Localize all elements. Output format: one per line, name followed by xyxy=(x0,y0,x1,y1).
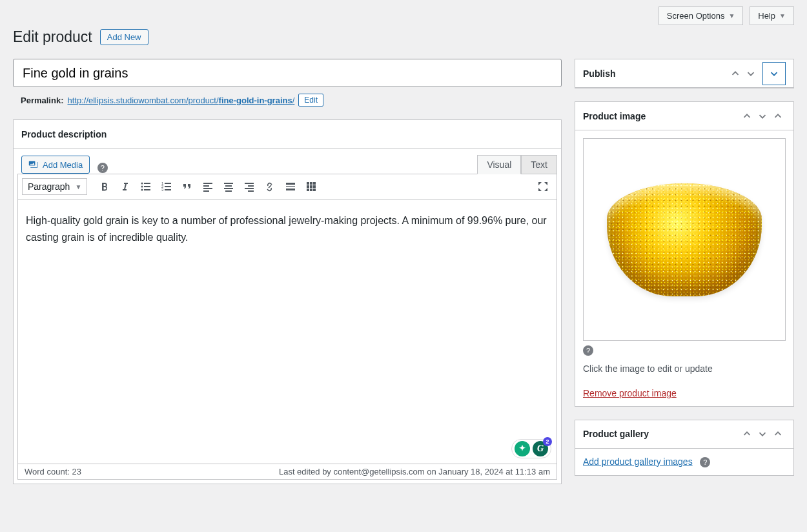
move-down-button[interactable] xyxy=(755,426,770,442)
product-gallery-box: Product gallery Add product gallery imag… xyxy=(575,420,794,476)
help-icon[interactable]: ? xyxy=(583,345,593,356)
svg-rect-27 xyxy=(307,182,309,185)
svg-rect-29 xyxy=(313,182,316,185)
svg-rect-17 xyxy=(225,185,232,187)
permalink-link[interactable]: http://ellipsis.studiowombat.com/product… xyxy=(67,96,294,105)
product-description-title: Product description xyxy=(21,129,107,139)
product-description-box: Product description Add Media ? Visual T… xyxy=(13,119,562,484)
product-title-input[interactable] xyxy=(13,59,562,87)
svg-rect-35 xyxy=(313,189,316,191)
tab-visual[interactable]: Visual xyxy=(477,155,521,174)
bullet-list-button[interactable] xyxy=(136,177,156,196)
product-image-title: Product image xyxy=(583,111,646,121)
move-down-button[interactable] xyxy=(743,66,759,81)
screen-options-label: Screen Options xyxy=(667,11,725,21)
grammarly-widget[interactable]: ✦ G2 xyxy=(511,439,551,458)
help-icon[interactable]: ? xyxy=(700,457,710,467)
product-image-hint: Click the image to edit or update xyxy=(583,363,786,374)
blockquote-button[interactable] xyxy=(178,177,197,196)
move-up-button[interactable] xyxy=(728,66,743,81)
chevron-down-icon: ▼ xyxy=(779,12,786,19)
gold-grains-image xyxy=(607,183,762,296)
numbered-list-button[interactable]: 123 xyxy=(157,177,176,196)
add-gallery-images-link[interactable]: Add product gallery images xyxy=(583,456,693,467)
editor-content[interactable]: High-quality gold grain is key to a numb… xyxy=(17,200,557,464)
help-icon[interactable]: ? xyxy=(97,163,108,173)
add-media-button[interactable]: Add Media xyxy=(21,156,90,174)
publish-box: Publish xyxy=(575,59,794,88)
svg-rect-3 xyxy=(144,186,150,187)
page-title: Edit product xyxy=(13,28,92,46)
grammarly-icon: G2 xyxy=(533,441,548,456)
svg-rect-22 xyxy=(245,188,254,189)
svg-rect-12 xyxy=(203,183,212,184)
svg-point-0 xyxy=(141,183,143,185)
move-up-button[interactable] xyxy=(739,108,755,124)
last-edited: Last edited by content@getellipsis.com o… xyxy=(279,467,550,476)
toggle-panel-button[interactable] xyxy=(770,108,786,124)
grammarly-tone-icon: ✦ xyxy=(515,441,530,456)
svg-rect-31 xyxy=(310,185,312,188)
move-up-button[interactable] xyxy=(739,426,755,442)
permalink-label: Permalink: xyxy=(21,96,63,105)
remove-product-image-link[interactable]: Remove product image xyxy=(583,388,677,398)
svg-rect-13 xyxy=(203,185,209,187)
editor-paragraph: High-quality gold grain is key to a numb… xyxy=(26,212,549,245)
svg-point-2 xyxy=(141,186,143,188)
svg-text:3: 3 xyxy=(161,188,164,192)
toggle-panel-button[interactable] xyxy=(770,426,786,442)
fullscreen-button[interactable] xyxy=(533,177,553,196)
toggle-panel-button[interactable] xyxy=(762,62,786,85)
align-center-button[interactable] xyxy=(219,177,238,196)
add-new-button[interactable]: Add New xyxy=(100,29,148,45)
svg-rect-18 xyxy=(224,188,233,189)
svg-rect-30 xyxy=(307,185,309,188)
svg-rect-11 xyxy=(165,189,171,190)
svg-rect-15 xyxy=(203,190,209,192)
link-button[interactable] xyxy=(260,177,280,196)
screen-options-button[interactable]: Screen Options▼ xyxy=(659,6,744,25)
help-button[interactable]: Help▼ xyxy=(750,6,794,25)
format-select[interactable]: Paragraph▼ xyxy=(22,178,87,195)
svg-rect-7 xyxy=(165,183,171,184)
svg-rect-5 xyxy=(144,189,150,190)
tab-text[interactable]: Text xyxy=(521,155,557,174)
editor-toolbar: Paragraph▼ 123 xyxy=(17,174,557,200)
svg-rect-14 xyxy=(203,188,212,189)
chevron-down-icon: ▼ xyxy=(75,183,81,190)
italic-button[interactable] xyxy=(116,177,135,196)
toolbar-toggle-button[interactable] xyxy=(301,177,321,196)
svg-rect-24 xyxy=(286,183,295,185)
product-image-box: Product image ? Click the image to edit … xyxy=(575,101,794,407)
svg-point-4 xyxy=(141,189,143,191)
svg-rect-20 xyxy=(245,183,254,184)
svg-rect-34 xyxy=(310,189,312,191)
svg-rect-32 xyxy=(313,185,316,188)
media-icon xyxy=(28,159,39,170)
chevron-down-icon: ▼ xyxy=(728,12,735,19)
svg-rect-9 xyxy=(165,186,171,187)
svg-rect-26 xyxy=(286,189,295,190)
svg-rect-28 xyxy=(310,182,312,185)
align-left-button[interactable] xyxy=(198,177,218,196)
svg-rect-21 xyxy=(248,185,254,187)
svg-rect-1 xyxy=(144,183,150,184)
align-right-button[interactable] xyxy=(240,177,259,196)
product-image-thumbnail[interactable] xyxy=(583,138,786,341)
product-gallery-title: Product gallery xyxy=(583,429,649,439)
svg-rect-33 xyxy=(307,189,309,191)
bold-button[interactable] xyxy=(95,177,114,196)
help-label: Help xyxy=(758,11,775,21)
svg-rect-16 xyxy=(224,183,233,184)
svg-rect-25 xyxy=(286,186,295,187)
publish-title: Publish xyxy=(583,68,616,79)
permalink-row: Permalink: http://ellipsis.studiowombat.… xyxy=(21,94,562,107)
svg-rect-23 xyxy=(248,190,254,192)
svg-rect-19 xyxy=(225,190,232,192)
move-down-button[interactable] xyxy=(755,108,770,124)
grammarly-count: 2 xyxy=(543,437,552,446)
word-count: Word count: 23 xyxy=(25,467,81,476)
read-more-button[interactable] xyxy=(281,177,300,196)
edit-slug-button[interactable]: Edit xyxy=(298,94,323,107)
